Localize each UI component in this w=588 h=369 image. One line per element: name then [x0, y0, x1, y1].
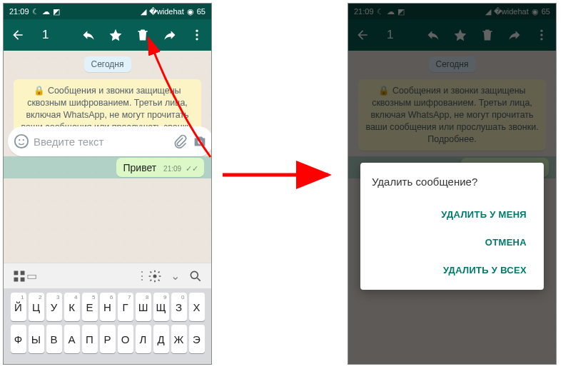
battery-pct: 65	[197, 7, 206, 16]
svg-point-1	[196, 34, 198, 36]
svg-rect-8	[21, 271, 25, 275]
status-bar: 21:09 ☾ ☁ ◩ ◢ �widehat ◉ 65	[4, 4, 211, 19]
message-input-box[interactable]	[8, 126, 212, 156]
moon-icon: ☾	[32, 7, 39, 16]
svg-point-0	[196, 30, 198, 32]
key[interactable]: У3	[46, 293, 62, 321]
star-icon[interactable]	[108, 28, 123, 42]
key[interactable]: В	[46, 325, 62, 353]
key[interactable]: Щ9	[153, 293, 169, 321]
trash-icon[interactable]	[136, 28, 150, 42]
svg-point-12	[191, 271, 198, 278]
ticks-icon: ✓✓	[186, 164, 198, 173]
message-bubble: Привет 21:09 ✓✓	[116, 158, 205, 177]
delete-for-me-button[interactable]: УДАЛИТЬ У МЕНЯ	[372, 201, 532, 228]
keyboard-toolbar: ▭ ⋮ ⌄	[4, 263, 211, 288]
key[interactable]: Р	[100, 325, 116, 353]
kb-settings-divider: ⋮	[136, 269, 148, 283]
signal-icon: ◢	[141, 7, 146, 16]
keyboard-row-2: ФЫВАПРОЛДЖЭ	[6, 325, 209, 353]
key[interactable]: А	[64, 325, 80, 353]
key[interactable]: Н6	[100, 293, 116, 321]
date-pill: Сегодня	[4, 51, 211, 76]
search-icon[interactable]	[188, 269, 203, 283]
gear-icon[interactable]	[148, 269, 162, 283]
svg-rect-10	[21, 277, 25, 281]
svg-point-6	[198, 140, 202, 144]
grid-icon[interactable]	[12, 269, 26, 283]
message-time: 21:09	[163, 165, 181, 173]
kb-clipboard-icon[interactable]: ▭	[26, 269, 37, 283]
key[interactable]: К4	[64, 293, 80, 321]
svg-point-3	[15, 135, 28, 148]
forward-icon[interactable]	[163, 28, 177, 42]
svg-rect-9	[14, 277, 19, 281]
dialog-title: Удалить сообщение?	[372, 176, 532, 188]
key[interactable]: Ж	[171, 325, 187, 353]
selection-count: 1	[42, 28, 49, 42]
selection-toolbar: 1	[4, 19, 211, 51]
key[interactable]: Ы	[29, 325, 44, 353]
svg-point-5	[23, 139, 24, 141]
wifi-icon: �widehat	[149, 7, 184, 16]
key[interactable]: О	[118, 325, 133, 353]
keyboard-row-1: Й1Ц2У3К4Е5Н6Г7Ш8Щ9З0Х	[6, 293, 209, 321]
key[interactable]: Г7	[118, 293, 133, 321]
key[interactable]: П	[82, 325, 98, 353]
message-row-selected[interactable]: Привет 21:09 ✓✓	[4, 156, 211, 178]
kb-chevron-icon[interactable]: ⌄	[171, 269, 180, 283]
key[interactable]: З0	[171, 293, 187, 321]
message-input[interactable]	[34, 136, 169, 148]
emoji-icon[interactable]	[14, 133, 29, 149]
cloud-icon: ☁	[42, 7, 50, 16]
chat-area: Сегодня 🔒 Сообщения и звонки защищены ск…	[4, 51, 211, 261]
key[interactable]: Х	[189, 293, 205, 321]
delete-for-everyone-button[interactable]: УДАЛИТЬ У ВСЕХ	[372, 256, 532, 284]
input-bar	[8, 126, 207, 156]
key[interactable]: Ф	[11, 325, 26, 353]
app-indicator-icon: ◩	[53, 7, 60, 16]
camera-icon[interactable]	[192, 133, 208, 149]
keyboard: Й1Ц2У3К4Е5Н6Г7Ш8Щ9З0Х ФЫВАПРОЛДЖЭ	[4, 288, 211, 364]
phone-left: 21:09 ☾ ☁ ◩ ◢ �widehat ◉ 65 1 Сегодня 🔒 …	[3, 3, 212, 365]
more-icon[interactable]	[190, 28, 204, 42]
key[interactable]: Л	[136, 325, 151, 353]
key[interactable]: Й1	[11, 293, 26, 321]
battery-icon: ◉	[187, 7, 194, 16]
key[interactable]: Ш8	[136, 293, 151, 321]
key[interactable]: Д	[153, 325, 169, 353]
svg-point-2	[196, 38, 198, 40]
status-time: 21:09	[9, 7, 29, 16]
key[interactable]: Ц2	[29, 293, 44, 321]
attach-icon[interactable]	[173, 134, 188, 148]
key[interactable]: Э	[189, 325, 205, 353]
svg-rect-7	[14, 271, 19, 275]
annotation-arrow-transition	[221, 161, 339, 189]
svg-point-4	[19, 139, 20, 141]
reply-icon[interactable]	[81, 28, 96, 42]
svg-point-11	[153, 274, 157, 278]
phone-right: 21:09 ☾ ☁ ◩ ◢ �widehat ◉ 65 1 Сегодня 🔒 …	[348, 3, 557, 365]
key[interactable]: Е5	[82, 293, 98, 321]
back-arrow-icon[interactable]	[11, 28, 25, 42]
delete-dialog: Удалить сообщение? УДАЛИТЬ У МЕНЯ ОТМЕНА…	[360, 163, 544, 290]
message-text: Привет	[123, 162, 157, 173]
cancel-button[interactable]: ОТМЕНА	[372, 228, 532, 256]
